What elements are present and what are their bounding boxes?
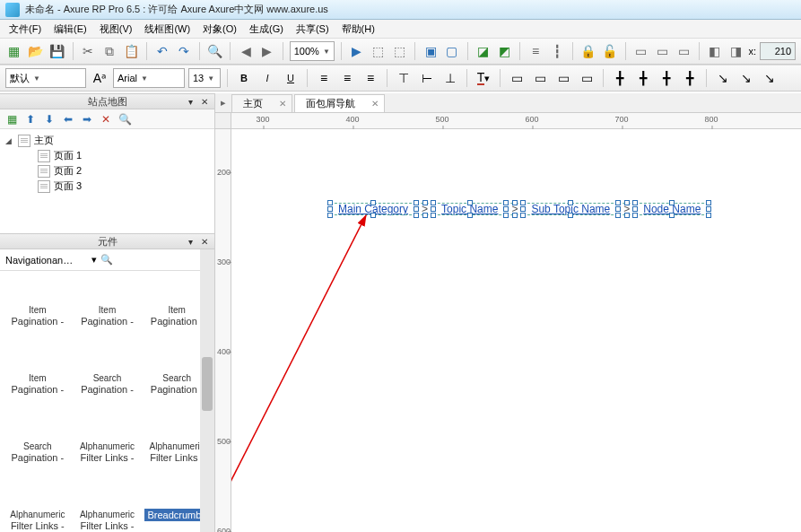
widgets-scrollbar[interactable] [200,249,214,532]
tab-home[interactable]: 主页✕ [231,94,292,112]
menu-edit[interactable]: 编辑(E) [48,21,92,38]
panel-menu-icon[interactable]: ▾ [184,235,196,248]
tab-breadcrumb[interactable]: 面包屑导航✕ [294,94,385,112]
ltool1-button[interactable]: ╋ [610,68,630,88]
selection-handle[interactable] [624,213,630,218]
selection-handle[interactable] [520,200,526,205]
breadcrumb-item-wrap[interactable]: Main Category [330,203,416,215]
find-button[interactable]: 🔍 [205,41,223,61]
menu-share[interactable]: 共享(S) [291,21,335,38]
breadcrumb-item-wrap[interactable]: Topic Name [433,203,506,215]
valign-mid-button[interactable]: ⊢ [417,68,437,88]
x-input[interactable] [760,42,796,60]
selection-handle[interactable] [568,213,573,218]
search-page-button[interactable]: 🔍 [117,111,133,127]
selection-handle[interactable] [632,213,638,218]
selection-handle[interactable] [568,200,573,205]
footnote2-button[interactable]: ▭ [653,41,671,61]
ltool3-button[interactable]: ╋ [657,68,676,88]
widget-item[interactable]: AlphanumericFilter Links - [75,484,140,531]
widget-item[interactable]: ItemPagination - [5,280,70,327]
breadcrumb-item-wrap[interactable]: Sub Topic Name [523,203,618,215]
selection-handle[interactable] [615,200,621,205]
italic-button[interactable]: I [257,68,277,88]
selection-handle[interactable] [414,213,419,218]
front-button[interactable]: ◪ [475,41,492,61]
paste-button[interactable]: 📋 [122,41,140,61]
ltool2-button[interactable]: ╋ [633,68,653,88]
generate-button[interactable]: ⬚ [370,41,387,61]
back-button[interactable]: ◩ [496,41,514,61]
distribute-button[interactable]: ┇ [548,41,566,61]
widget-item[interactable]: SearchPagination - [75,348,140,395]
tab-close-icon[interactable]: ✕ [371,99,379,109]
widget-search-input[interactable] [5,252,88,268]
selection-handle[interactable] [706,200,711,205]
add-page-button[interactable]: ▦ [4,111,20,127]
breadcrumb-item-wrap[interactable]: Node Name [635,203,709,215]
preview-button[interactable]: ▶ [348,41,366,61]
tab-scroll-icon[interactable]: ▸ [217,96,230,109]
selection-handle[interactable] [327,206,333,212]
align-button[interactable]: ≡ [527,41,544,61]
cut-button[interactable]: ✂ [79,41,97,61]
tree-item[interactable]: 页面 1 [25,148,209,163]
widget-item[interactable]: ItemPagination - [5,348,70,395]
connector1-button[interactable]: ↘ [713,68,733,88]
lock-button[interactable]: 🔒 [579,41,597,61]
valign-bot-button[interactable]: ⊥ [440,68,460,88]
ltool4-button[interactable]: ╋ [680,68,700,88]
indent-button[interactable]: ➡ [79,111,95,127]
footnote3-button[interactable]: ▭ [675,41,692,61]
selection-handle[interactable] [414,200,419,205]
tab-close-icon[interactable]: ✕ [279,99,286,109]
selection-handle[interactable] [615,213,621,218]
move-up-button[interactable]: ⬆ [22,111,39,127]
outdent-button[interactable]: ⬅ [60,111,76,127]
widget-item[interactable]: AlphanumericFilter Links - [75,416,140,463]
selection-handle[interactable] [431,213,436,218]
selection-handle[interactable] [512,213,518,218]
selection-handle[interactable] [327,213,333,218]
align-left-button[interactable]: ≡ [314,68,334,88]
search-dropdown-icon[interactable]: ▾ [91,254,97,266]
line-style-button[interactable]: ▭ [577,68,596,88]
selection-handle[interactable] [669,213,675,218]
text-color-button[interactable]: T▾ [474,68,493,88]
ungroup-button[interactable]: ▢ [443,41,461,61]
new-button[interactable]: ▦ [5,41,23,61]
selection-handle[interactable] [422,213,428,218]
selection-handle[interactable] [503,206,509,212]
extra1-button[interactable]: ◧ [706,41,724,61]
redo-button[interactable]: ↷ [175,41,193,61]
select-right-button[interactable]: ▶ [258,41,276,61]
selection-handle[interactable] [624,200,630,205]
menu-help[interactable]: 帮助(H) [336,21,380,38]
unlock-button[interactable]: 🔓 [601,41,619,61]
zoom-combo[interactable]: 100%▼ [290,41,335,61]
save-button[interactable]: 💾 [48,41,66,61]
footnote-button[interactable]: ▭ [631,41,649,61]
selection-handle[interactable] [467,213,473,218]
align-right-button[interactable]: ≡ [361,68,380,88]
selection-handle[interactable] [431,200,436,205]
breadcrumb-widget[interactable]: Main Category>Topic Name>Sub Topic Name>… [330,203,709,215]
tree-item[interactable]: 页面 3 [25,179,209,194]
align-center-button[interactable]: ≡ [337,68,357,88]
selection-handle[interactable] [422,200,428,205]
menu-object[interactable]: 对象(O) [197,21,242,38]
selection-handle[interactable] [615,206,621,212]
selection-handle[interactable] [414,206,419,212]
bold-button[interactable]: B [234,68,254,88]
selection-handle[interactable] [706,206,711,212]
font-size-combo[interactable]: 13▼ [188,68,221,88]
delete-page-button[interactable]: ✕ [98,111,114,127]
selection-handle[interactable] [706,213,711,218]
tree-root[interactable]: ◢主页 [5,133,209,148]
open-button[interactable]: 📂 [27,41,45,61]
extra2-button[interactable]: ◨ [727,41,745,61]
selection-handle[interactable] [632,206,638,212]
line-color-button[interactable]: ▭ [530,68,550,88]
copy-button[interactable]: ⧉ [100,41,118,61]
menu-file[interactable]: 文件(F) [4,21,47,38]
